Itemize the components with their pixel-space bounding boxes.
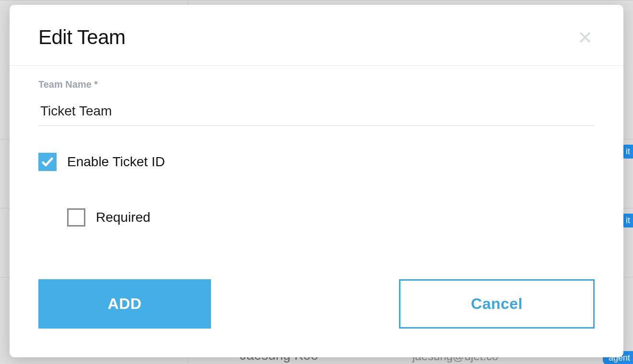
check-icon <box>41 155 54 169</box>
modal-header: Edit Team <box>10 5 623 66</box>
team-name-input[interactable] <box>38 95 595 126</box>
close-icon <box>578 30 592 45</box>
modal-body: Team Name * Enable Ticket ID Required <box>10 66 623 227</box>
modal-actions: ADD Cancel <box>10 279 623 329</box>
enable-ticket-checkbox[interactable] <box>38 153 57 171</box>
close-button[interactable] <box>575 28 595 47</box>
required-label: Required <box>96 210 151 225</box>
modal-title: Edit Team <box>38 26 126 49</box>
add-button[interactable]: ADD <box>38 279 211 329</box>
edit-team-modal: Edit Team Team Name * Enable Ticket ID R… <box>10 5 623 357</box>
enable-ticket-row: Enable Ticket ID <box>38 153 595 171</box>
cancel-button[interactable]: Cancel <box>399 279 595 329</box>
required-row: Required <box>67 208 595 227</box>
required-checkbox[interactable] <box>67 208 85 227</box>
team-name-label: Team Name * <box>38 79 595 90</box>
enable-ticket-label: Enable Ticket ID <box>67 154 165 170</box>
